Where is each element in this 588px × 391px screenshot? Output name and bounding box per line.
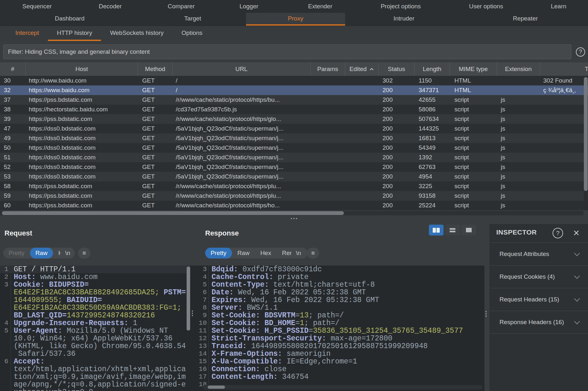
- subtab-intercept[interactable]: Intercept: [6, 26, 48, 41]
- inspector-section-request-attributes[interactable]: Request Attributes: [490, 243, 588, 266]
- column-header-params[interactable]: Params: [311, 62, 345, 76]
- request-scroll-thumb[interactable]: [187, 267, 190, 331]
- line-number: 14: [194, 350, 207, 358]
- request-row-58[interactable]: 58https://pss.bdstatic.comGET/r/www/cach…: [0, 181, 588, 191]
- inspector-close-icon[interactable]: ✕: [573, 228, 580, 238]
- code-segment: Content-Length:: [212, 373, 282, 381]
- cell-edited: [345, 162, 379, 172]
- code-segment: Connection:: [212, 365, 265, 373]
- cell-url: /: [173, 76, 311, 85]
- split-columns-view-button[interactable]: [429, 225, 444, 235]
- column-header-[interactable]: #: [0, 62, 26, 76]
- response-newline-button[interactable]: \n: [291, 248, 306, 259]
- request-row-39[interactable]: 39https://pss.bdstatic.comGET/r/www/cach…: [0, 114, 588, 124]
- code-segment: Set-Cookie:: [212, 319, 265, 327]
- response-horizontal-scroll-thumb[interactable]: [208, 386, 225, 389]
- menu-tab-sequencer[interactable]: Sequencer: [0, 0, 74, 13]
- request-row-52[interactable]: 52https://dss0.bdstatic.comGET/5aV1bjqh_…: [0, 162, 588, 172]
- request-row-30[interactable]: 30http://www.baidu.comGET/3021150HTML302…: [0, 76, 588, 85]
- module-tab-repeater[interactable]: Repeater: [463, 13, 588, 26]
- request-response-splitter-handle[interactable]: [192, 310, 193, 316]
- sort-ascending-icon: [369, 68, 374, 71]
- inspector-splitter-handle[interactable]: [485, 311, 487, 317]
- request-tab-pretty[interactable]: Pretty: [3, 248, 30, 259]
- column-header-length[interactable]: Length: [414, 62, 450, 76]
- inspector-section-request-cookies-4[interactable]: Request Cookies (4): [490, 266, 588, 288]
- menu-tab-decoder[interactable]: Decoder: [74, 0, 146, 13]
- request-row-59[interactable]: 59https://pss.bdstatic.comGET/r/www/cach…: [0, 191, 588, 201]
- inspector-section-label: Response Headers (16): [499, 319, 564, 326]
- subtab-options[interactable]: Options: [173, 26, 211, 41]
- line-text: Expires: Wed, 16 Feb 2022 05:32:38 GMT: [212, 296, 484, 304]
- column-header-extension[interactable]: Extension: [497, 62, 540, 76]
- module-tab-target[interactable]: Target: [139, 13, 246, 26]
- code-segment: Cache-Control:: [212, 273, 278, 281]
- line-number: 17: [194, 373, 207, 381]
- response-tab-raw[interactable]: Raw: [232, 248, 255, 259]
- table-horizontal-scroll-thumb[interactable]: [2, 211, 344, 215]
- request-row-37[interactable]: 37https://pss.bdstatic.comGET/r/www/cach…: [0, 95, 588, 105]
- menu-tab-extender[interactable]: Extender: [282, 0, 359, 13]
- single-pane-view-button[interactable]: [461, 225, 476, 235]
- menu-tab-user-options[interactable]: User options: [443, 0, 529, 13]
- request-row-51[interactable]: 51https://dss0.bdstatic.comGET/5aV1bjqh_…: [0, 153, 588, 162]
- column-header-method[interactable]: Method: [138, 62, 173, 76]
- column-header-host[interactable]: Host: [26, 62, 138, 76]
- inspector-help-icon[interactable]: ?: [553, 228, 563, 238]
- request-row-32[interactable]: 32https://www.baidu.comGET/200347371HTML…: [0, 85, 588, 95]
- menu-tab-project-options[interactable]: Project options: [359, 0, 443, 13]
- cell-method: GET: [138, 124, 173, 133]
- chevron-down-icon: [574, 318, 580, 324]
- inspector-section-response-headers-16[interactable]: Response Headers (16): [490, 311, 588, 334]
- request-row-49[interactable]: 49https://dss0.bdstatic.comGET/5aV1bjqh_…: [0, 133, 588, 143]
- request-row-60[interactable]: 60https://pss.bdstatic.comGET/r/www/cach…: [0, 201, 588, 210]
- module-tab-dashboard[interactable]: Dashboard: [0, 13, 139, 26]
- request-tab-raw[interactable]: Raw: [30, 248, 53, 259]
- line-text: Safari/537.36: [14, 350, 190, 358]
- column-header-status[interactable]: Status: [379, 62, 414, 76]
- column-header-url[interactable]: URL: [173, 62, 311, 76]
- response-menu-button[interactable]: ≡: [307, 248, 319, 259]
- subtab-websockets-history[interactable]: WebSockets history: [101, 26, 173, 41]
- subtab-http-history[interactable]: HTTP history: [48, 26, 101, 41]
- column-header-edited[interactable]: Edited: [345, 62, 379, 76]
- request-editor[interactable]: 1GET / HTTP/1.12Host: www.baidu.com3Cook…: [0, 266, 190, 391]
- response-tab-pretty[interactable]: Pretty: [205, 248, 232, 259]
- line-number: 2: [0, 273, 8, 281]
- editor-line: 6Accept:: [0, 358, 190, 365]
- table-vertical-scroll-thumb[interactable]: [584, 77, 588, 191]
- cell-url: /5aV1bjqh_Q23odCf/static/superman/j...: [173, 153, 311, 162]
- response-tab-hex[interactable]: Hex: [255, 248, 277, 259]
- module-tab-intruder[interactable]: Intruder: [345, 13, 463, 26]
- panel-splitter-handle[interactable]: [0, 218, 588, 219]
- menu-tab-comparer[interactable]: Comparer: [146, 0, 216, 13]
- request-newline-button[interactable]: \n: [61, 248, 75, 259]
- column-header-title[interactable]: Title: [540, 62, 588, 76]
- code-segment: private: [278, 273, 309, 281]
- cell-status: 200: [379, 181, 414, 191]
- line-number: 10: [194, 319, 207, 327]
- cell-edited: [345, 105, 379, 114]
- request-row-53[interactable]: 53https://dss0.bdstatic.comGET/5aV1bjqh_…: [0, 172, 588, 181]
- inspector-section-label: Request Attributes: [499, 251, 549, 258]
- split-columns-view-icon: [433, 228, 436, 233]
- menu-tab-logger[interactable]: Logger: [216, 0, 282, 13]
- editor-line: 5User-Agent: Mozilla/5.0 (Windows NT: [0, 327, 190, 335]
- menu-tab-learn[interactable]: Learn: [529, 0, 588, 13]
- cell-status: 200: [379, 162, 414, 172]
- request-row-47[interactable]: 47https://dss0.bdstatic.comGET/5aV1bjqh_…: [0, 124, 588, 133]
- module-tab-proxy[interactable]: Proxy: [246, 13, 345, 26]
- cell-length: 62763: [414, 162, 450, 172]
- column-header-mime-type[interactable]: MIME type: [450, 62, 497, 76]
- filter-bar[interactable]: Filter: Hiding CSS, image and general bi…: [3, 44, 571, 59]
- request-row-50[interactable]: 50https://dss0.bdstatic.comGET/5aV1bjqh_…: [0, 143, 588, 153]
- code-segment: Traceid:: [212, 342, 251, 350]
- line-number: 16: [194, 365, 207, 373]
- response-editor[interactable]: 3Bdqid: 0xdfd7cf83000c91dc4Cache-Control…: [194, 266, 484, 391]
- request-row-38[interactable]: 38https://hectorstatic.baidu.comGET/cd37…: [0, 105, 588, 114]
- request-menu-button[interactable]: ≡: [78, 248, 90, 259]
- line-number: 5: [194, 281, 207, 289]
- inspector-section-request-headers-15[interactable]: Request Headers (15): [490, 288, 588, 311]
- split-rows-view-button[interactable]: [445, 225, 460, 235]
- help-icon[interactable]: ?: [576, 47, 585, 57]
